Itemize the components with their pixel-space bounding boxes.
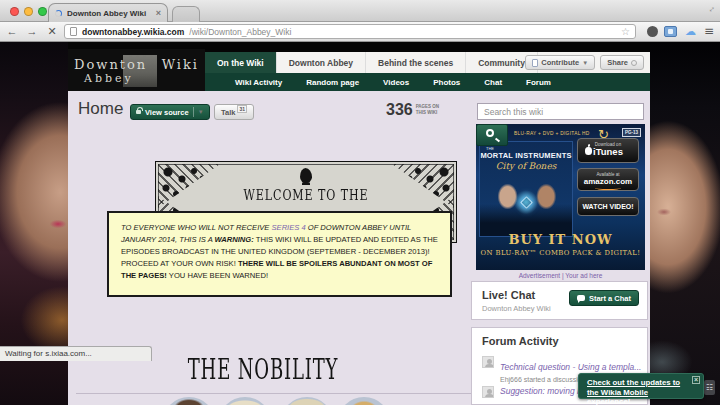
- your-ad-here-link[interactable]: Your ad here: [565, 272, 602, 279]
- forward-button[interactable]: →: [24, 24, 40, 39]
- chat-module-subtitle: Downton Abbey Wiki: [482, 304, 551, 313]
- spoiler-warning-box: TO EVERYONE WHO WILL NOT RECEIVE SERIES …: [107, 211, 452, 297]
- tab-title: Downton Abbey Wiki: [67, 9, 151, 18]
- ad-format-line: BLU-RAY + DVD + DIGITAL HD: [514, 131, 590, 136]
- search-button[interactable]: [476, 124, 508, 146]
- address-bar[interactable]: downtonabbey.wikia.com /wiki/Downton_Abb…: [64, 24, 636, 39]
- close-icon[interactable]: ×: [692, 376, 700, 384]
- tab-close-icon[interactable]: ×: [156, 9, 161, 18]
- forum-module-title: Forum Activity: [482, 335, 559, 347]
- browser-menu-icon[interactable]: ≡: [704, 26, 714, 37]
- watch-video-button[interactable]: WATCH VIDEO!: [577, 197, 639, 216]
- character-portrait-cora[interactable]: [218, 397, 272, 405]
- page-title: Home: [78, 99, 123, 119]
- amazon-smile-icon: [595, 186, 621, 190]
- ad-choices-icon[interactable]: ☷: [704, 380, 715, 395]
- talk-button[interactable]: Talk 31: [214, 104, 254, 120]
- wiki-logo[interactable]: Downton Abbey Wiki: [68, 49, 205, 91]
- live-chat-module: Live! Chat Downton Abbey Wiki Start a Ch…: [471, 281, 648, 320]
- stop-button[interactable]: ✕: [44, 24, 60, 39]
- search-input[interactable]: [477, 103, 644, 120]
- warning-text-bold: WARNING:: [215, 235, 254, 244]
- tab-downton-abbey[interactable]: Downton Abbey: [277, 52, 366, 73]
- chevron-down-icon: ▼: [582, 60, 588, 66]
- amazon-label: amazon.com: [578, 177, 638, 186]
- warning-text: YOU HAVE BEEN WARNED!: [167, 271, 268, 280]
- share-label: Share: [607, 58, 628, 67]
- back-button[interactable]: ←: [4, 24, 20, 39]
- browser-tab[interactable]: Downton Abbey Wiki ×: [48, 3, 168, 22]
- advertisement-link[interactable]: Advertisement: [519, 272, 561, 279]
- background-skin-right: [650, 42, 720, 405]
- zoom-window-button[interactable]: [38, 7, 47, 16]
- page-count-number: 336: [386, 101, 413, 119]
- ad-caption: Advertisement | Your ad here: [476, 272, 645, 279]
- wikia-mobile-toast: Check out the updates to the Wikia Mobil…: [578, 373, 704, 399]
- cameo-silhouette-icon: [300, 168, 312, 183]
- button-divider: [193, 107, 194, 117]
- user-avatar: [482, 386, 494, 398]
- subnav-chat[interactable]: Chat: [484, 78, 502, 87]
- page-count: 336 PAGES ONTHIS WIKI: [386, 101, 439, 119]
- tab-loading-spinner-icon: [55, 10, 62, 17]
- character-portrait-mary[interactable]: [280, 397, 334, 405]
- search-icon: [486, 129, 494, 137]
- subnav-random-page[interactable]: Random page: [306, 78, 359, 87]
- wiki-nav-tabs: On the Wiki Downton Abbey Behind the sce…: [205, 52, 650, 73]
- user-avatar: [482, 356, 494, 368]
- subnav-forum[interactable]: Forum: [526, 78, 551, 87]
- extension-icon[interactable]: [647, 26, 658, 37]
- amazon-button[interactable]: Available at amazon.com: [577, 168, 639, 191]
- browser-window: Downton Abbey Wiki × ↕ ← → ✕ downtonabbe…: [0, 0, 720, 405]
- character-portrait-robert[interactable]: [162, 397, 216, 405]
- character-portrait-edith[interactable]: [337, 397, 391, 405]
- view-source-label: View source: [145, 108, 189, 117]
- subnav-wiki-activity[interactable]: Wiki Activity: [235, 78, 282, 87]
- browser-status-bar: Waiting for s.ixiaa.com...: [0, 346, 152, 361]
- share-button[interactable]: Share: [600, 55, 644, 70]
- minimize-window-button[interactable]: [24, 7, 33, 16]
- logo-word-downton: Downton: [74, 57, 147, 72]
- chat-bubble-icon: [577, 295, 585, 301]
- ad-title-sub: City of Bones: [480, 161, 572, 171]
- apple-icon: [585, 147, 592, 155]
- extension-image-icon[interactable]: [664, 26, 677, 37]
- ad-rating-badge: PG-13: [622, 128, 641, 137]
- chevron-down-icon[interactable]: ▼: [198, 109, 204, 115]
- chat-module-title: Live! Chat: [482, 289, 535, 301]
- browser-toolbar: ← → ✕ downtonabbey.wikia.com /wiki/Downt…: [0, 22, 720, 42]
- warning-text: TO EVERYONE WHO WILL NOT RECEIVE: [121, 223, 272, 232]
- welcome-line1: WELCOME TO THE: [168, 186, 444, 204]
- subnav-videos[interactable]: Videos: [383, 78, 409, 87]
- new-tab-button[interactable]: [172, 6, 200, 22]
- ad-buy-line2: ON BLU-RAY™ COMBO PACK & DIGITAL!: [476, 249, 645, 257]
- contribute-label: Contribute: [541, 58, 579, 67]
- ad-title-main: MORTAL INSTRUMENTS: [480, 151, 572, 160]
- close-window-button[interactable]: [10, 7, 19, 16]
- wiki-subnav: Wiki Activity Random page Videos Photos …: [205, 73, 650, 92]
- talk-label: Talk: [221, 108, 235, 117]
- tab-behind-the-scenes[interactable]: Behind the scenes: [366, 52, 466, 73]
- logo-word-abbey: Abbey: [84, 72, 134, 85]
- logo-word-wiki: Wiki: [162, 57, 199, 72]
- fullscreen-icon[interactable]: ↕: [707, 4, 717, 14]
- subnav-photos[interactable]: Photos: [433, 78, 460, 87]
- lock-icon: [136, 110, 141, 114]
- page-count-label: PAGES ONTHIS WIKI: [416, 104, 439, 116]
- itunes-button[interactable]: Download on iTunes: [577, 138, 639, 163]
- share-ring-icon: [631, 60, 637, 66]
- page-icon: [70, 27, 77, 36]
- ad-buy-line1: BUY IT NOW: [476, 232, 645, 247]
- bookmark-star-icon[interactable]: ☆: [621, 26, 630, 37]
- contribute-button[interactable]: Contribute ▼: [525, 55, 595, 70]
- series-4-link[interactable]: SERIES 4: [272, 223, 306, 232]
- browser-titlebar: Downton Abbey Wiki × ↕: [0, 0, 720, 22]
- extension-cloud-icon[interactable]: ☁: [685, 26, 696, 37]
- contribute-page-icon: [532, 59, 538, 67]
- url-path: /wiki/Downton_Abbey_Wiki: [189, 27, 291, 37]
- forum-thread-link[interactable]: Technical question - Using a templa...: [500, 362, 641, 372]
- tab-on-the-wiki[interactable]: On the Wiki: [205, 52, 277, 73]
- movie-poster: THE MORTAL INSTRUMENTS City of Bones: [479, 141, 573, 237]
- start-chat-button[interactable]: Start a Chat: [569, 290, 639, 306]
- view-source-button[interactable]: View source ▼: [130, 104, 210, 120]
